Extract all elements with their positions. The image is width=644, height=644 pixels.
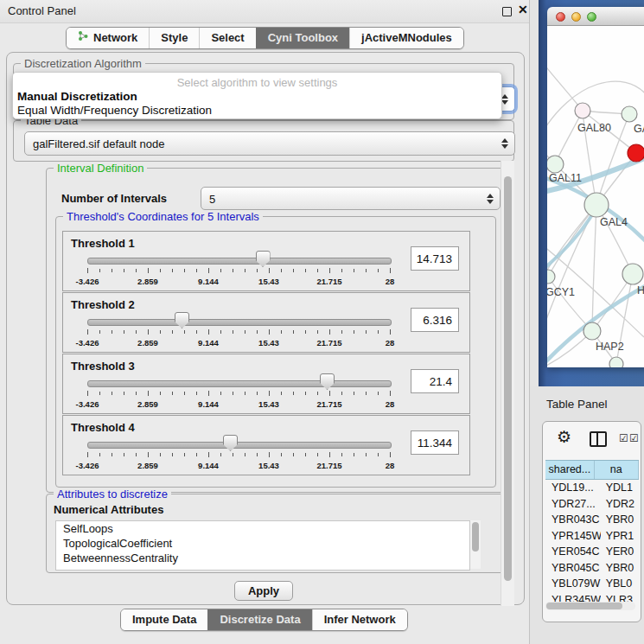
tab-infer-network[interactable]: Infer Network bbox=[312, 609, 407, 630]
slider-tick bbox=[245, 453, 245, 456]
slider-track[interactable] bbox=[87, 380, 392, 387]
threshold-slider[interactable]: -3.4262.8599.14415.4321.71528 bbox=[87, 423, 390, 473]
cyni-toolbox-panel: Discretization Algorithm Select algorith… bbox=[6, 52, 525, 605]
slider-track[interactable] bbox=[87, 319, 392, 326]
split-columns-icon[interactable] bbox=[590, 431, 607, 447]
settings-scrollbar[interactable] bbox=[501, 161, 514, 606]
zoom-traffic-light-icon[interactable] bbox=[587, 12, 596, 22]
top-tab-bar: NetworkStyleSelectCyni ToolboxjActiveMNo… bbox=[66, 27, 464, 49]
slider-tick bbox=[269, 391, 270, 396]
slider-tick bbox=[172, 330, 173, 334]
attributes-list-scrollbar[interactable] bbox=[470, 520, 481, 569]
settings-scroll-area: Interval Definition Number of Intervals … bbox=[13, 161, 503, 604]
slider-tick bbox=[354, 392, 354, 395]
slider-handle[interactable] bbox=[320, 373, 335, 390]
slider-tick bbox=[305, 269, 306, 272]
tab-label: jActiveMNodules bbox=[361, 28, 452, 48]
network-node-h[interactable] bbox=[622, 264, 643, 284]
network-node-gcy1[interactable] bbox=[547, 270, 555, 284]
slider-track[interactable] bbox=[87, 442, 392, 449]
slider-track[interactable] bbox=[87, 258, 392, 265]
table-row[interactable]: YDL19...YDL1 bbox=[545, 480, 639, 496]
list-item[interactable]: SelfLoops bbox=[56, 521, 469, 536]
table-row[interactable]: YER054CYER0 bbox=[545, 544, 639, 560]
slider-tick bbox=[245, 330, 245, 334]
tab-style[interactable]: Style bbox=[149, 28, 199, 48]
numerical-attributes-label: Numerical Attributes bbox=[54, 503, 163, 516]
cell-shared-name: YLR345W bbox=[545, 592, 601, 603]
network-node-ga[interactable] bbox=[622, 106, 637, 122]
slider-tick bbox=[136, 392, 137, 395]
tab-cyni-toolbox[interactable]: Cyni Toolbox bbox=[256, 28, 349, 48]
network-node-gal11[interactable] bbox=[547, 156, 564, 173]
slider-tick-label: 28 bbox=[386, 461, 395, 470]
slider-tick bbox=[196, 392, 197, 395]
list-item[interactable]: BetweennessCentrality bbox=[56, 551, 469, 565]
network-canvas[interactable]: GAL80GAGAL11GAL4GCY1HHAP2 bbox=[547, 26, 644, 367]
threshold-value-field[interactable]: 14.713 bbox=[411, 246, 459, 271]
minimize-traffic-light-icon[interactable] bbox=[571, 12, 581, 22]
cell-name: YDL1 bbox=[601, 480, 639, 496]
menu-item-equal-width-frequency[interactable]: Equal Width/Frequency Discretization bbox=[17, 104, 212, 117]
attributes-group: Attributes to discretize Numerical Attri… bbox=[46, 494, 504, 573]
tab-jactivemnodules[interactable]: jActiveMNodules bbox=[349, 28, 463, 48]
list-item[interactable]: TopologicalCoefficient bbox=[56, 536, 469, 551]
slider-tick bbox=[354, 269, 354, 272]
table-data-group: Table Data galFiltered.sif default node bbox=[13, 120, 514, 162]
node-label: H bbox=[637, 284, 644, 296]
network-window-titlebar[interactable] bbox=[547, 7, 644, 26]
table-row[interactable]: YDR27...YDR2 bbox=[545, 496, 639, 513]
tab-label: Infer Network bbox=[324, 609, 396, 630]
slider-tick bbox=[220, 392, 221, 395]
threshold-value-field[interactable]: 6.316 bbox=[411, 308, 459, 332]
slider-handle[interactable] bbox=[256, 251, 271, 267]
slider-handle[interactable] bbox=[223, 435, 238, 451]
close-traffic-light-icon[interactable] bbox=[556, 12, 565, 22]
cell-shared-name: YDR27... bbox=[545, 496, 601, 513]
tab-select[interactable]: Select bbox=[199, 28, 255, 48]
slider-tick bbox=[317, 269, 318, 272]
column-header-name[interactable]: na bbox=[595, 461, 639, 479]
checkbox-icon[interactable]: ☑ bbox=[629, 432, 639, 444]
table-row[interactable]: YBR043CYBR0 bbox=[545, 512, 639, 528]
gear-icon[interactable]: ⚙ bbox=[557, 427, 571, 447]
close-icon[interactable]: ✕ bbox=[518, 3, 528, 16]
network-node-gal4[interactable] bbox=[584, 193, 609, 217]
network-node-gal80[interactable] bbox=[575, 103, 590, 118]
network-node-hap2[interactable] bbox=[583, 322, 601, 340]
tab-network[interactable]: Network bbox=[67, 28, 149, 48]
threshold-value-field[interactable]: 11.344 bbox=[411, 430, 459, 455]
table-row[interactable]: YPR145WYPR1 bbox=[545, 528, 639, 545]
slider-tick bbox=[136, 269, 137, 272]
checkbox-icon[interactable]: ☑ bbox=[619, 432, 628, 444]
threshold-value-field[interactable]: 21.4 bbox=[411, 369, 459, 393]
column-header-shared[interactable]: shared... bbox=[545, 461, 595, 479]
table-data-combobox[interactable]: galFiltered.sif default node bbox=[24, 131, 515, 156]
number-of-intervals-combobox[interactable]: 5 bbox=[201, 187, 501, 210]
numerical-attributes-list[interactable]: SelfLoopsTopologicalCoefficientBetweenne… bbox=[55, 520, 470, 571]
network-node[interactable] bbox=[628, 144, 644, 162]
cell-shared-name: YDL19... bbox=[545, 480, 601, 496]
menu-item-manual-discretization[interactable]: Manual Discretization bbox=[17, 90, 137, 103]
float-window-icon[interactable] bbox=[502, 7, 512, 16]
table-row[interactable]: YBL079WYBL0 bbox=[545, 576, 639, 592]
threshold-slider[interactable]: -3.4262.8599.14415.4321.71528 bbox=[87, 361, 390, 411]
slider-tick bbox=[172, 453, 173, 456]
slider-tick-label: 15.43 bbox=[258, 338, 279, 348]
network-node[interactable] bbox=[609, 357, 623, 367]
apply-button[interactable]: Apply bbox=[234, 581, 293, 601]
tab-discretize-data[interactable]: Discretize Data bbox=[207, 609, 311, 630]
table-panel-title: Table Panel bbox=[546, 398, 608, 411]
tab-impute-data[interactable]: Impute Data bbox=[121, 609, 207, 630]
table-row[interactable]: YLR345WYLR3 bbox=[545, 592, 639, 603]
threshold-slider[interactable]: -3.4262.8599.14415.4321.71528 bbox=[87, 239, 390, 289]
threshold-slider[interactable]: -3.4262.8599.14415.4321.71528 bbox=[87, 300, 390, 350]
slider-handle[interactable] bbox=[175, 312, 189, 328]
slider-tick bbox=[378, 453, 379, 456]
slider-tick bbox=[87, 391, 88, 396]
table-row[interactable]: YBR045CYBR0 bbox=[545, 560, 639, 577]
slider-tick bbox=[160, 453, 161, 456]
slider-tick bbox=[293, 269, 294, 272]
tab-label: Impute Data bbox=[132, 609, 196, 630]
table-horizontal-scrollbar[interactable] bbox=[545, 602, 635, 610]
